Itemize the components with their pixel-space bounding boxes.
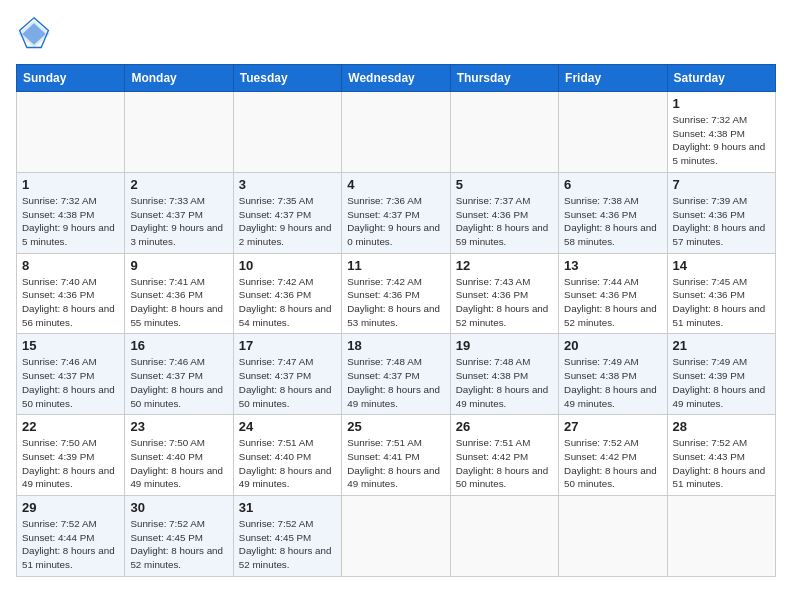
calendar-cell: 22 Sunrise: 7:50 AMSunset: 4:39 PMDaylig… <box>17 415 125 496</box>
calendar-header-row: SundayMondayTuesdayWednesdayThursdayFrid… <box>17 65 776 92</box>
header-saturday: Saturday <box>667 65 775 92</box>
day-number: 24 <box>239 419 336 434</box>
day-number: 1 <box>673 96 770 111</box>
calendar-week-row: 1 Sunrise: 7:32 AMSunset: 4:38 PMDayligh… <box>17 172 776 253</box>
calendar-cell: 16 Sunrise: 7:46 AMSunset: 4:37 PMDaylig… <box>125 334 233 415</box>
calendar-cell: 26 Sunrise: 7:51 AMSunset: 4:42 PMDaylig… <box>450 415 558 496</box>
header-friday: Friday <box>559 65 667 92</box>
calendar-cell <box>233 92 341 173</box>
day-number: 2 <box>130 177 227 192</box>
header-thursday: Thursday <box>450 65 558 92</box>
day-number: 8 <box>22 258 119 273</box>
day-info: Sunrise: 7:52 AMSunset: 4:45 PMDaylight:… <box>130 518 223 570</box>
day-number: 13 <box>564 258 661 273</box>
calendar-cell: 25 Sunrise: 7:51 AMSunset: 4:41 PMDaylig… <box>342 415 450 496</box>
day-number: 22 <box>22 419 119 434</box>
calendar-cell: 17 Sunrise: 7:47 AMSunset: 4:37 PMDaylig… <box>233 334 341 415</box>
day-number: 19 <box>456 338 553 353</box>
calendar-cell: 23 Sunrise: 7:50 AMSunset: 4:40 PMDaylig… <box>125 415 233 496</box>
day-number: 14 <box>673 258 770 273</box>
calendar-cell: 27 Sunrise: 7:52 AMSunset: 4:42 PMDaylig… <box>559 415 667 496</box>
header-monday: Monday <box>125 65 233 92</box>
calendar-cell <box>667 496 775 577</box>
calendar-cell <box>125 92 233 173</box>
calendar-cell <box>342 496 450 577</box>
day-number: 27 <box>564 419 661 434</box>
calendar-cell <box>342 92 450 173</box>
calendar-cell: 19 Sunrise: 7:48 AMSunset: 4:38 PMDaylig… <box>450 334 558 415</box>
calendar-week-row: 29 Sunrise: 7:52 AMSunset: 4:44 PMDaylig… <box>17 496 776 577</box>
calendar-table: SundayMondayTuesdayWednesdayThursdayFrid… <box>16 64 776 577</box>
day-number: 26 <box>456 419 553 434</box>
day-info: Sunrise: 7:39 AMSunset: 4:36 PMDaylight:… <box>673 195 766 247</box>
calendar-cell: 20 Sunrise: 7:49 AMSunset: 4:38 PMDaylig… <box>559 334 667 415</box>
calendar-cell: 8 Sunrise: 7:40 AMSunset: 4:36 PMDayligh… <box>17 253 125 334</box>
day-number: 5 <box>456 177 553 192</box>
day-number: 6 <box>564 177 661 192</box>
day-info: Sunrise: 7:47 AMSunset: 4:37 PMDaylight:… <box>239 356 332 408</box>
day-number: 17 <box>239 338 336 353</box>
calendar-week-row: 15 Sunrise: 7:46 AMSunset: 4:37 PMDaylig… <box>17 334 776 415</box>
day-number: 25 <box>347 419 444 434</box>
calendar-cell <box>559 92 667 173</box>
day-number: 16 <box>130 338 227 353</box>
day-info: Sunrise: 7:52 AMSunset: 4:42 PMDaylight:… <box>564 437 657 489</box>
calendar-cell: 11 Sunrise: 7:42 AMSunset: 4:36 PMDaylig… <box>342 253 450 334</box>
day-info: Sunrise: 7:33 AMSunset: 4:37 PMDaylight:… <box>130 195 223 247</box>
day-info: Sunrise: 7:37 AMSunset: 4:36 PMDaylight:… <box>456 195 549 247</box>
day-info: Sunrise: 7:51 AMSunset: 4:41 PMDaylight:… <box>347 437 440 489</box>
calendar-cell: 12 Sunrise: 7:43 AMSunset: 4:36 PMDaylig… <box>450 253 558 334</box>
day-info: Sunrise: 7:44 AMSunset: 4:36 PMDaylight:… <box>564 276 657 328</box>
logo <box>16 16 56 52</box>
day-info: Sunrise: 7:48 AMSunset: 4:38 PMDaylight:… <box>456 356 549 408</box>
calendar-week-row: 22 Sunrise: 7:50 AMSunset: 4:39 PMDaylig… <box>17 415 776 496</box>
day-number: 10 <box>239 258 336 273</box>
calendar-cell <box>17 92 125 173</box>
day-info: Sunrise: 7:49 AMSunset: 4:39 PMDaylight:… <box>673 356 766 408</box>
day-info: Sunrise: 7:41 AMSunset: 4:36 PMDaylight:… <box>130 276 223 328</box>
day-number: 21 <box>673 338 770 353</box>
day-number: 9 <box>130 258 227 273</box>
calendar-cell: 2 Sunrise: 7:33 AMSunset: 4:37 PMDayligh… <box>125 172 233 253</box>
day-info: Sunrise: 7:52 AMSunset: 4:45 PMDaylight:… <box>239 518 332 570</box>
calendar-cell: 6 Sunrise: 7:38 AMSunset: 4:36 PMDayligh… <box>559 172 667 253</box>
svg-marker-2 <box>22 23 45 45</box>
calendar-cell <box>450 496 558 577</box>
calendar-week-row: 1 Sunrise: 7:32 AMSunset: 4:38 PMDayligh… <box>17 92 776 173</box>
day-info: Sunrise: 7:48 AMSunset: 4:37 PMDaylight:… <box>347 356 440 408</box>
calendar-week-row: 8 Sunrise: 7:40 AMSunset: 4:36 PMDayligh… <box>17 253 776 334</box>
day-info: Sunrise: 7:51 AMSunset: 4:42 PMDaylight:… <box>456 437 549 489</box>
day-info: Sunrise: 7:52 AMSunset: 4:43 PMDaylight:… <box>673 437 766 489</box>
day-number: 11 <box>347 258 444 273</box>
calendar-cell: 4 Sunrise: 7:36 AMSunset: 4:37 PMDayligh… <box>342 172 450 253</box>
logo-icon <box>16 16 52 52</box>
day-number: 12 <box>456 258 553 273</box>
calendar-cell: 10 Sunrise: 7:42 AMSunset: 4:36 PMDaylig… <box>233 253 341 334</box>
calendar-cell: 28 Sunrise: 7:52 AMSunset: 4:43 PMDaylig… <box>667 415 775 496</box>
header-tuesday: Tuesday <box>233 65 341 92</box>
calendar-cell: 30 Sunrise: 7:52 AMSunset: 4:45 PMDaylig… <box>125 496 233 577</box>
day-info: Sunrise: 7:32 AMSunset: 4:38 PMDaylight:… <box>22 195 115 247</box>
calendar-cell <box>559 496 667 577</box>
day-number: 23 <box>130 419 227 434</box>
calendar-cell: 24 Sunrise: 7:51 AMSunset: 4:40 PMDaylig… <box>233 415 341 496</box>
calendar-cell: 15 Sunrise: 7:46 AMSunset: 4:37 PMDaylig… <box>17 334 125 415</box>
day-info: Sunrise: 7:45 AMSunset: 4:36 PMDaylight:… <box>673 276 766 328</box>
day-number: 1 <box>22 177 119 192</box>
day-number: 3 <box>239 177 336 192</box>
day-info: Sunrise: 7:35 AMSunset: 4:37 PMDaylight:… <box>239 195 332 247</box>
day-info: Sunrise: 7:50 AMSunset: 4:39 PMDaylight:… <box>22 437 115 489</box>
calendar-cell: 13 Sunrise: 7:44 AMSunset: 4:36 PMDaylig… <box>559 253 667 334</box>
calendar-cell: 14 Sunrise: 7:45 AMSunset: 4:36 PMDaylig… <box>667 253 775 334</box>
day-number: 30 <box>130 500 227 515</box>
day-number: 4 <box>347 177 444 192</box>
calendar-cell: 29 Sunrise: 7:52 AMSunset: 4:44 PMDaylig… <box>17 496 125 577</box>
day-number: 15 <box>22 338 119 353</box>
day-info: Sunrise: 7:36 AMSunset: 4:37 PMDaylight:… <box>347 195 440 247</box>
calendar-cell: 3 Sunrise: 7:35 AMSunset: 4:37 PMDayligh… <box>233 172 341 253</box>
day-info: Sunrise: 7:46 AMSunset: 4:37 PMDaylight:… <box>22 356 115 408</box>
day-info: Sunrise: 7:43 AMSunset: 4:36 PMDaylight:… <box>456 276 549 328</box>
day-number: 28 <box>673 419 770 434</box>
day-info: Sunrise: 7:49 AMSunset: 4:38 PMDaylight:… <box>564 356 657 408</box>
calendar-cell: 9 Sunrise: 7:41 AMSunset: 4:36 PMDayligh… <box>125 253 233 334</box>
